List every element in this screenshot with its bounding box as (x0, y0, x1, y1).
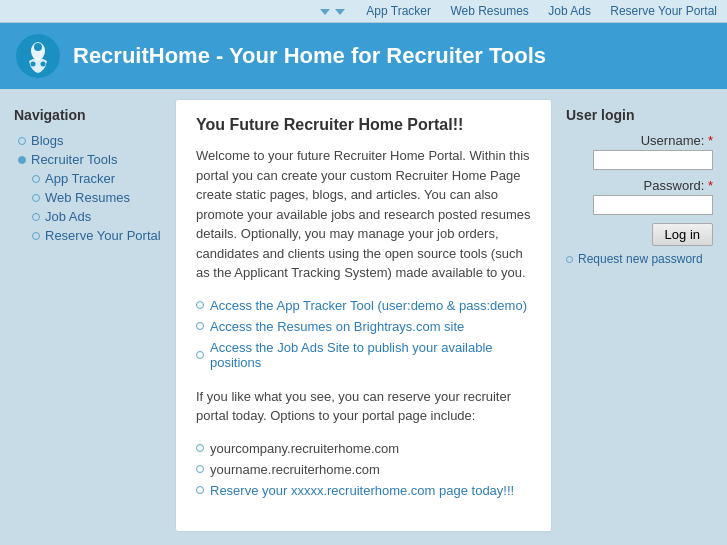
list-item: yourcompany.recruiterhome.com (196, 438, 531, 459)
bullet-icon (566, 256, 573, 263)
arrow-icon-1 (320, 9, 330, 15)
bullet-icon (32, 213, 40, 221)
list-item: Access the Job Ads Site to publish your … (196, 337, 531, 373)
required-marker: * (708, 178, 713, 193)
login-heading: User login (566, 107, 713, 123)
list-item: yourname.recruiterhome.com (196, 459, 531, 480)
sidebar-item-recruiter-tools[interactable]: Recruiter Tools (14, 150, 161, 169)
username-input[interactable] (593, 150, 713, 170)
bullet-icon (196, 465, 204, 473)
bullet-icon (32, 175, 40, 183)
site-header: RecruitHome - Your Home for Recruiter To… (0, 23, 727, 89)
topnav-reserve-portal[interactable]: Reserve Your Portal (610, 4, 717, 18)
sidebar-item-blogs[interactable]: Blogs (14, 131, 161, 150)
bullet-icon (196, 301, 204, 309)
content-outro: If you like what you see, you can reserv… (196, 387, 531, 426)
top-navigation: App Tracker Web Resumes Job Ads Reserve … (0, 0, 727, 23)
bullet-icon (196, 351, 204, 359)
password-field-container: Password: * (566, 178, 713, 215)
svg-point-2 (34, 43, 42, 51)
sidebar-item-app-tracker[interactable]: App Tracker (14, 169, 161, 188)
bullet-icon (32, 232, 40, 240)
svg-point-3 (31, 62, 36, 67)
svg-point-4 (41, 62, 46, 67)
list-item: Reserve your xxxxx.recruiterhome.com pag… (196, 480, 531, 501)
password-label: Password: * (566, 178, 713, 193)
login-button[interactable]: Log in (652, 223, 713, 246)
sidebar-item-web-resumes[interactable]: Web Resumes (14, 188, 161, 207)
required-marker: * (708, 133, 713, 148)
username-field-container: Username: * (566, 133, 713, 170)
bullet-icon (18, 137, 26, 145)
content-links-list: Access the App Tracker Tool (user:demo &… (196, 295, 531, 373)
list-item: Access the App Tracker Tool (user:demo &… (196, 295, 531, 316)
main-layout: Navigation Blogs Recruiter Tools App Tra… (0, 89, 727, 542)
content-heading: You Future Recruiter Home Portal!! (196, 116, 531, 134)
topnav-web-resumes[interactable]: Web Resumes (450, 4, 528, 18)
options-list: yourcompany.recruiterhome.com yourname.r… (196, 438, 531, 501)
option-2: yourname.recruiterhome.com (210, 462, 380, 477)
username-label: Username: * (566, 133, 713, 148)
site-logo (15, 33, 61, 79)
link-app-tracker[interactable]: Access the App Tracker Tool (user:demo &… (210, 298, 527, 313)
bullet-icon (196, 444, 204, 452)
request-new-password-link[interactable]: Request new password (578, 252, 703, 266)
sidebar-item-job-ads[interactable]: Job Ads (14, 207, 161, 226)
password-input[interactable] (593, 195, 713, 215)
bullet-filled-icon (18, 156, 26, 164)
topnav-app-tracker[interactable]: App Tracker (366, 4, 431, 18)
link-job-ads[interactable]: Access the Job Ads Site to publish your … (210, 340, 531, 370)
content-intro: Welcome to your future Recruiter Home Po… (196, 146, 531, 283)
link-resumes[interactable]: Access the Resumes on Brightrays.com sit… (210, 319, 464, 334)
option-1: yourcompany.recruiterhome.com (210, 441, 399, 456)
bullet-icon (196, 486, 204, 494)
request-password-container: Request new password (566, 252, 713, 266)
sidebar-heading: Navigation (14, 107, 161, 123)
list-item: Access the Resumes on Brightrays.com sit… (196, 316, 531, 337)
bullet-icon (196, 322, 204, 330)
arrow-icon-2 (335, 9, 345, 15)
top-nav-arrows (320, 4, 351, 18)
topnav-job-ads[interactable]: Job Ads (548, 4, 591, 18)
option-3-link[interactable]: Reserve your xxxxx.recruiterhome.com pag… (210, 483, 514, 498)
sidebar-item-reserve-portal[interactable]: Reserve Your Portal (14, 226, 161, 245)
site-title: RecruitHome - Your Home for Recruiter To… (73, 43, 546, 69)
main-content: You Future Recruiter Home Portal!! Welco… (175, 99, 552, 532)
bullet-icon (32, 194, 40, 202)
sidebar: Navigation Blogs Recruiter Tools App Tra… (10, 99, 165, 253)
user-login-panel: User login Username: * Password: * Log i… (562, 99, 717, 274)
